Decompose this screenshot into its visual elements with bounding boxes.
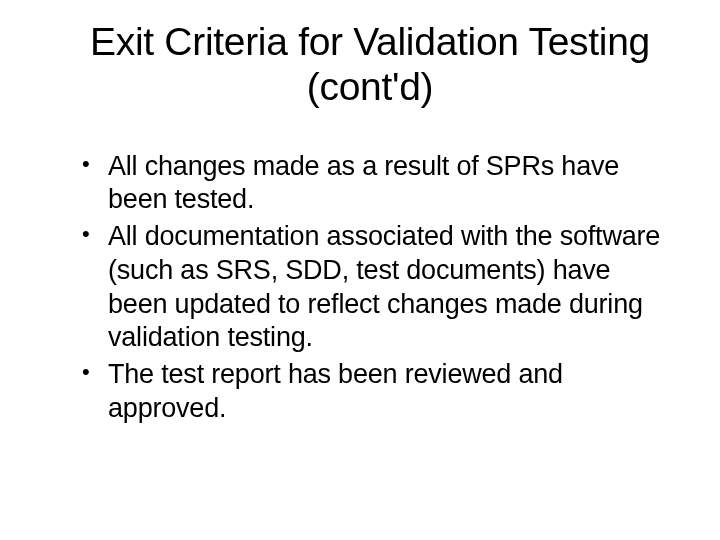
list-item: All documentation associated with the so… [80,220,670,355]
list-item: The test report has been reviewed and ap… [80,358,670,426]
slide-title: Exit Criteria for Validation Testing (co… [70,20,670,110]
bullet-list: All changes made as a result of SPRs hav… [70,150,670,426]
list-item: All changes made as a result of SPRs hav… [80,150,670,218]
